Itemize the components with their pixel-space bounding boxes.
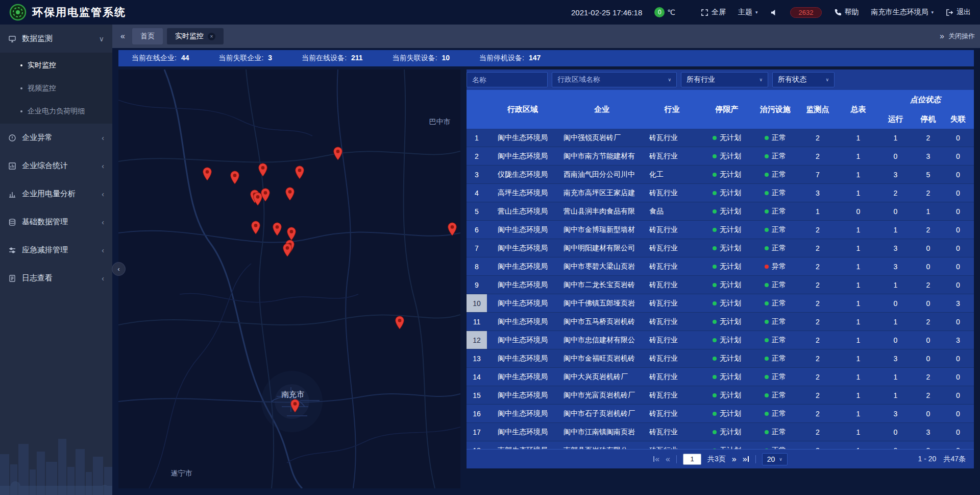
- table-row[interactable]: 8阆中生态环境局阆中市枣碧大梁山页岩砖瓦行业无计划异常21300: [467, 257, 974, 276]
- temperature-badge: 0: [654, 7, 665, 17]
- industry-filter-select[interactable]: 所有行业 ∨: [681, 72, 768, 87]
- first-page-button[interactable]: «: [653, 455, 659, 463]
- last-page-button[interactable]: »: [743, 455, 749, 463]
- cell-offline: 0: [942, 129, 974, 147]
- map-pins: 巴中市南充市遂宁市: [118, 69, 460, 488]
- sidebar-section-enterprise-statistics[interactable]: 企业综合统计 ‹: [0, 152, 112, 180]
- cell-points: 2: [796, 405, 840, 422]
- close-tab-icon[interactable]: ×: [208, 33, 215, 40]
- status-dot-icon: [765, 136, 769, 140]
- map-collapse-button[interactable]: ‹: [112, 262, 126, 276]
- range-label: 1 - 20: [918, 455, 937, 464]
- table-row[interactable]: 7阆中生态环境局阆中明阳建材有限公司砖瓦行业无计划正常21300: [467, 239, 974, 257]
- cell-stopped: 2: [914, 184, 942, 202]
- next-page-button[interactable]: »: [732, 455, 737, 463]
- table-row[interactable]: 6阆中生态环境局阆中市金博瑞新型墙材砖瓦行业无计划正常21120: [467, 221, 974, 239]
- page-input[interactable]: [683, 454, 701, 465]
- tab-scroll-right-icon[interactable]: »: [940, 32, 944, 41]
- close-operations-button[interactable]: » 关闭操作: [940, 32, 975, 41]
- cell-index: 6: [467, 221, 487, 239]
- map-pin-icon[interactable]: [258, 163, 267, 177]
- table-row[interactable]: 17阆中生态环境局阆中市江南镇阆南页岩砖瓦行业无计划正常21030: [467, 423, 974, 441]
- col-stopped: 停机: [914, 109, 942, 129]
- fullscreen-button[interactable]: 全屏: [701, 8, 726, 17]
- map[interactable]: 巴中市南充市遂宁市 ‹: [118, 69, 460, 488]
- sidebar-section-basic-data[interactable]: 基础数据管理 ‹: [0, 208, 112, 236]
- cell-limit-status: 无计划: [699, 221, 755, 239]
- help-button[interactable]: 帮助: [834, 8, 859, 17]
- cell-limit-status: 无计划: [699, 405, 755, 422]
- datetime: 2021-02-25 17:46:18: [571, 8, 642, 17]
- table-row[interactable]: 2阆中生态环境局阆中市南方节能建材有砖瓦行业无计划正常21030: [467, 147, 974, 166]
- theme-dropdown[interactable]: 主题 ▾: [738, 8, 758, 17]
- table-row[interactable]: 3仪陇生态环境局西南油气田分公司川中化工无计划正常71350: [467, 166, 974, 184]
- region-filter-select[interactable]: 行政区域名称 ∨: [552, 72, 677, 87]
- cell-stopped: 2: [914, 368, 942, 386]
- sidebar-item-power-load-detail[interactable]: 企业电力负荷明细: [0, 100, 112, 123]
- table-row[interactable]: 14阆中生态环境局阆中大兴页岩机砖厂砖瓦行业无计划正常21120: [467, 368, 974, 386]
- map-pin-icon[interactable]: [333, 147, 343, 160]
- sidebar-item-realtime-monitoring[interactable]: 实时监控: [0, 54, 112, 77]
- table-row[interactable]: 9阆中生态环境局阆中市二龙长宝页岩砖砖瓦行业无计划正常21120: [467, 276, 974, 294]
- name-filter-input[interactable]: [467, 72, 548, 87]
- cell-points: 2: [796, 441, 840, 449]
- sidebar-section-log-view[interactable]: 日志查看 ‹: [0, 264, 112, 292]
- status-dot-icon: [713, 209, 717, 214]
- map-pin-icon[interactable]: [447, 222, 457, 236]
- prev-page-button[interactable]: «: [666, 455, 670, 463]
- alert-count-badge[interactable]: 2632: [790, 7, 822, 18]
- map-pin-icon[interactable]: [261, 188, 271, 202]
- org-dropdown[interactable]: 南充市生态环境局 ▾: [871, 8, 934, 17]
- cell-points: 2: [796, 129, 840, 147]
- map-pin-icon[interactable]: [287, 227, 297, 241]
- sidebar-section-data-monitoring[interactable]: 数据监测 ∨: [0, 25, 112, 53]
- database-icon: [8, 218, 16, 226]
- cell-points: 2: [796, 313, 840, 331]
- cell-industry: 砖瓦行业: [645, 129, 699, 147]
- page-size-select[interactable]: 20 ∨: [762, 453, 788, 465]
- status-filter-select[interactable]: 所有状态 ∨: [772, 72, 835, 87]
- table-row[interactable]: 5营山生态环境局营山县润丰肉食品有限食品无计划正常10010: [467, 202, 974, 221]
- sidebar-section-emergency-reduction[interactable]: 应急减排管理 ‹: [0, 236, 112, 264]
- table-row[interactable]: 4高坪生态环境局南充市高坪区王家店建砖瓦行业无计划正常31220: [467, 184, 974, 202]
- map-pin-icon[interactable]: [251, 221, 261, 234]
- cell-stopped: 1: [914, 202, 942, 220]
- sidebar-section-enterprise-anomaly[interactable]: 企业异常 ‹: [0, 124, 112, 152]
- table-row[interactable]: 10阆中生态环境局阆中千佛镇五郎垭页岩砖瓦行业无计划正常21003: [467, 294, 974, 313]
- table-row[interactable]: 15阆中生态环境局阆中市光富页岩机砖厂砖瓦行业无计划正常21120: [467, 386, 974, 405]
- tab-realtime-monitoring[interactable]: 实时监控 ×: [167, 28, 224, 44]
- cell-industry: 砖瓦行业: [645, 386, 699, 404]
- map-pin-icon[interactable]: [282, 243, 292, 257]
- table-row[interactable]: 18南部生态环境局南部县页岩砖有限公砖瓦行业无计划正常21030: [467, 441, 974, 449]
- cell-running: 0: [877, 202, 914, 220]
- status-dot-icon: [765, 154, 769, 158]
- cell-facility-status: 正常: [755, 184, 796, 202]
- map-pin-icon[interactable]: [203, 167, 212, 181]
- cell-meters: 1: [840, 386, 877, 404]
- table-row[interactable]: 1阆中生态环境局阆中强锐页岩砖厂砖瓦行业无计划正常21120: [467, 129, 974, 147]
- cell-limit-status: 无计划: [699, 202, 755, 220]
- tab-home[interactable]: 首页: [132, 28, 163, 44]
- logout-button[interactable]: 退出: [946, 8, 971, 17]
- map-pin-icon[interactable]: [295, 166, 305, 179]
- cell-offline: 0: [942, 147, 974, 165]
- tab-scroll-left-icon[interactable]: «: [117, 32, 128, 41]
- map-pin-icon[interactable]: [290, 399, 300, 413]
- table-row[interactable]: 11阆中生态环境局阆中市五马桥页岩机砖砖瓦行业无计划正常21120: [467, 313, 974, 331]
- map-pin-icon[interactable]: [285, 187, 295, 201]
- cell-facility-status: 正常: [755, 405, 796, 422]
- sidebar-item-video-monitoring[interactable]: 视频监控: [0, 77, 112, 100]
- table-row[interactable]: 13阆中生态环境局阆中市金福旺页岩机砖砖瓦行业无计划正常21300: [467, 349, 974, 368]
- map-pin-icon[interactable]: [272, 222, 282, 236]
- total-count-label: 共47条: [943, 455, 966, 464]
- table-row[interactable]: 12阆中生态环境局阆中市忠信建材有限公砖瓦行业无计划正常21003: [467, 331, 974, 349]
- cell-industry: 砖瓦行业: [645, 276, 699, 294]
- sound-button[interactable]: [770, 9, 778, 16]
- cell-company: 阆中千佛镇五郎垭页岩: [558, 294, 645, 312]
- table-row[interactable]: 16阆中生态环境局阆中市石子页岩机砖厂砖瓦行业无计划正常21300: [467, 405, 974, 423]
- cell-index: 17: [467, 423, 487, 441]
- map-pin-icon[interactable]: [230, 171, 239, 184]
- cell-limit-status: 无计划: [699, 331, 755, 349]
- map-pin-icon[interactable]: [395, 316, 405, 329]
- sidebar-section-power-analysis[interactable]: 企业用电量分析 ‹: [0, 180, 112, 208]
